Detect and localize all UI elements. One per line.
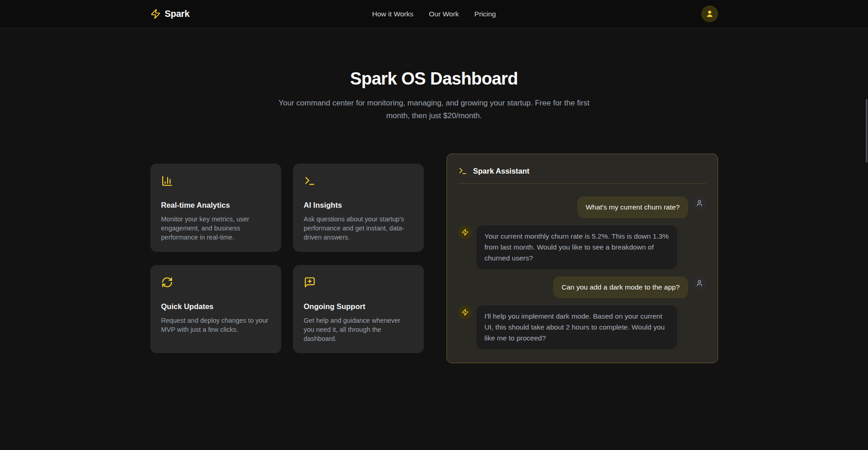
top-nav: Spark How it Works Our Work Pricing [0, 0, 868, 28]
content-row: Real-time Analytics Monitor your key met… [150, 154, 718, 363]
feature-description: Request and deploy changes to your MVP w… [161, 316, 270, 334]
feature-title: Ongoing Support [304, 302, 413, 311]
page-subtitle: Your command center for monitoring, mana… [278, 97, 591, 122]
zap-icon [461, 229, 469, 236]
zap-icon [461, 309, 469, 316]
assistant-avatar [458, 305, 472, 319]
feature-card-analytics: Real-time Analytics Monitor your key met… [150, 164, 281, 252]
account-avatar-button[interactable] [701, 5, 718, 22]
features-grid: Real-time Analytics Monitor your key met… [150, 164, 424, 353]
feature-title: AI Insights [304, 201, 413, 210]
nav-links: How it Works Our Work Pricing [372, 10, 496, 18]
page-title: Spark OS Dashboard [0, 69, 868, 89]
hero-section: Spark OS Dashboard Your command center f… [0, 28, 868, 122]
feature-title: Real-time Analytics [161, 201, 270, 210]
brand-name: Spark [165, 9, 190, 19]
assistant-messages: What's my current churn rate? Your curre… [447, 184, 718, 349]
chat-message-user: What's my current churn rate? [458, 196, 706, 218]
nav-link-how-it-works[interactable]: How it Works [372, 10, 413, 18]
user-icon [705, 10, 714, 18]
assistant-title: Spark Assistant [473, 167, 530, 175]
refresh-icon [161, 276, 173, 288]
user-icon [696, 280, 703, 287]
feature-card-ongoing-support: Ongoing Support Get help and guidance wh… [293, 265, 424, 353]
user-avatar [693, 276, 706, 290]
zap-icon [150, 9, 161, 19]
bar-chart-icon [161, 175, 173, 187]
user-icon [696, 200, 703, 207]
assistant-message-bubble: Your current monthly churn rate is 5.2%.… [476, 225, 677, 269]
chat-message-assistant: Your current monthly churn rate is 5.2%.… [458, 225, 706, 269]
user-avatar [693, 196, 706, 210]
spark-assistant-panel: Spark Assistant What's my current churn … [446, 154, 718, 363]
message-square-plus-icon [304, 276, 316, 288]
feature-card-quick-updates: Quick Updates Request and deploy changes… [150, 265, 281, 353]
user-message-bubble: Can you add a dark mode to the app? [553, 276, 688, 298]
nav-link-pricing[interactable]: Pricing [474, 10, 496, 18]
page-scrollbar-thumb[interactable] [866, 99, 868, 163]
nav-link-our-work[interactable]: Our Work [429, 10, 459, 18]
assistant-header: Spark Assistant [447, 154, 718, 175]
feature-title: Quick Updates [161, 302, 270, 311]
chat-message-assistant: I'll help you implement dark mode. Based… [458, 305, 706, 349]
terminal-icon [304, 175, 316, 187]
feature-description: Monitor your key metrics, user engagemen… [161, 215, 270, 242]
user-message-bubble: What's my current churn rate? [577, 196, 688, 218]
feature-card-ai-insights: AI Insights Ask questions about your sta… [293, 164, 424, 252]
feature-description: Get help and guidance whenever you need … [304, 316, 413, 343]
feature-description: Ask questions about your startup's perfo… [304, 215, 413, 242]
assistant-message-bubble: I'll help you implement dark mode. Based… [476, 305, 677, 349]
terminal-icon [458, 166, 467, 175]
assistant-avatar [458, 225, 472, 239]
brand-logo[interactable]: Spark [150, 9, 372, 19]
chat-message-user: Can you add a dark mode to the app? [458, 276, 706, 298]
